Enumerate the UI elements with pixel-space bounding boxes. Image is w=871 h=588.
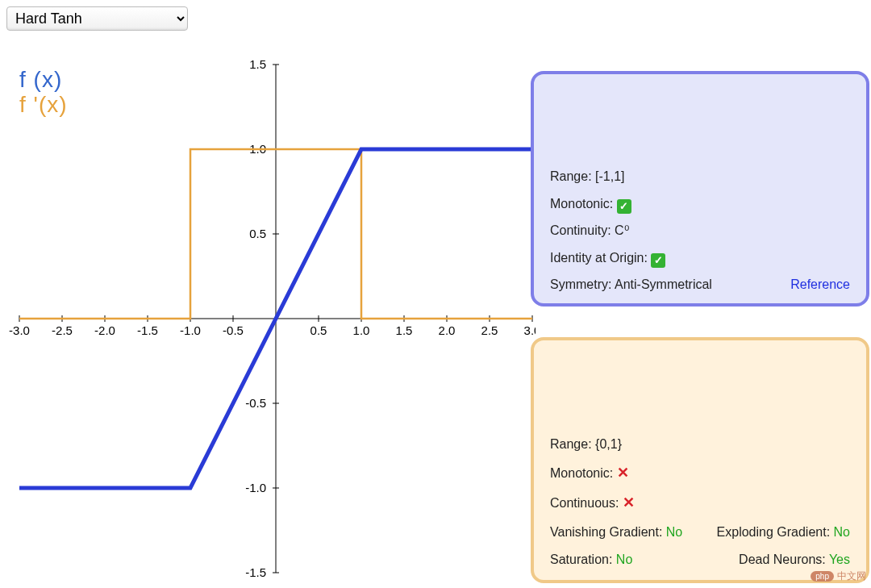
svg-text:-2.5: -2.5 bbox=[52, 323, 73, 337]
check-icon: ✓ bbox=[617, 199, 631, 214]
svg-text:-1.5: -1.5 bbox=[137, 323, 158, 337]
svg-text:-3.0: -3.0 bbox=[9, 323, 30, 337]
svg-text:-1.0: -1.0 bbox=[245, 481, 266, 494]
svg-text:-2.0: -2.0 bbox=[94, 323, 115, 337]
svg-text:0.5: 0.5 bbox=[249, 227, 266, 240]
fp-saturation: Saturation: No bbox=[550, 546, 632, 573]
f-monotonic: Monotonic: ✓ bbox=[550, 190, 850, 218]
activation-select[interactable]: Hard Tanh bbox=[6, 6, 188, 31]
f-identity: Identity at Origin: ✓ bbox=[550, 244, 850, 272]
f-continuity: Continuity: C⁰ bbox=[550, 217, 850, 244]
svg-text:0.5: 0.5 bbox=[310, 323, 327, 337]
fp-monotonic: Monotonic: ✕ bbox=[550, 458, 850, 489]
f-symmetry: Symmetry: Anti-Symmetrical bbox=[550, 271, 712, 298]
svg-text:-0.5: -0.5 bbox=[245, 396, 266, 410]
chart-svg: -3.0-2.5-2.0-1.5-1.0-0.50.51.01.52.02.53… bbox=[3, 48, 536, 581]
f-range: Range: [-1,1] bbox=[550, 163, 850, 190]
watermark-badge: php bbox=[811, 571, 834, 582]
svg-text:2.5: 2.5 bbox=[481, 323, 498, 337]
chart-legend: f (x) f '(x) bbox=[19, 68, 68, 118]
legend-fp: f '(x) bbox=[19, 93, 68, 118]
fp-range: Range: {0,1} bbox=[550, 431, 850, 458]
fp-vanishing: Vanishing Gradient: No bbox=[550, 519, 682, 546]
fp-continuous: Continuous: ✕ bbox=[550, 488, 850, 519]
svg-text:1.5: 1.5 bbox=[396, 323, 413, 337]
function-info-card: Range: [-1,1] Monotonic: ✓ Continuity: C… bbox=[531, 71, 869, 307]
chart-area: f (x) f '(x) -3.0-2.5-2.0-1.5-1.0-0.50.5… bbox=[3, 48, 536, 581]
check-icon: ✓ bbox=[651, 253, 665, 268]
svg-text:-1.0: -1.0 bbox=[180, 323, 201, 337]
watermark-text: 中文网 bbox=[837, 569, 866, 583]
legend-f: f (x) bbox=[19, 68, 68, 93]
svg-text:-0.5: -0.5 bbox=[223, 323, 244, 337]
svg-text:-1.5: -1.5 bbox=[245, 565, 266, 579]
fp-gradient-row: Vanishing Gradient: No Exploding Gradien… bbox=[550, 519, 850, 546]
svg-text:3.0: 3.0 bbox=[524, 323, 536, 337]
fp-sat-row: Saturation: No Dead Neurons: Yes bbox=[550, 546, 850, 573]
derivative-info-card: Range: {0,1} Monotonic: ✕ Continuous: ✕ … bbox=[531, 337, 869, 583]
cross-icon: ✕ bbox=[623, 494, 635, 511]
cross-icon: ✕ bbox=[617, 465, 629, 481]
svg-text:1.0: 1.0 bbox=[353, 323, 370, 337]
svg-text:2.0: 2.0 bbox=[439, 323, 456, 337]
f-symmetry-row: Symmetry: Anti-Symmetrical Reference bbox=[550, 271, 850, 298]
watermark: php 中文网 bbox=[811, 569, 866, 583]
svg-text:1.5: 1.5 bbox=[249, 57, 266, 71]
fp-exploding: Exploding Gradient: No bbox=[717, 519, 850, 546]
reference-link[interactable]: Reference bbox=[790, 271, 850, 298]
